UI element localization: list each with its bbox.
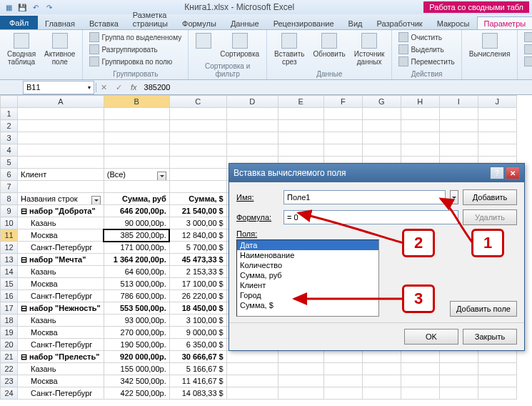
row-header[interactable]: 19 [1,327,18,339]
cell[interactable] [104,157,169,169]
help-icon[interactable]: ? [490,167,504,179]
add-button[interactable]: Добавить [463,189,517,205]
cell[interactable] [362,120,401,132]
cell[interactable] [323,108,362,120]
cell[interactable] [104,132,169,144]
cell[interactable] [439,375,478,387]
cell[interactable]: 90 000,00р. [104,217,169,229]
cell[interactable]: 342 500,00р. [104,375,169,387]
col-header-A[interactable]: A [18,96,104,108]
cell[interactable] [278,120,323,132]
cell[interactable]: 385 200,00р. [104,229,169,242]
cell[interactable] [226,387,278,400]
redo-icon[interactable]: ↷ [44,1,55,13]
col-header-G[interactable]: G [362,96,401,108]
tab-home[interactable]: Главная [38,16,82,29]
cell[interactable] [104,144,169,157]
cell[interactable]: 270 000,00р. [104,327,169,339]
row-header[interactable]: 16 [1,290,18,302]
cell[interactable] [169,157,226,169]
cell[interactable]: Москва [18,375,104,387]
select-all-corner[interactable] [1,96,18,108]
cell[interactable] [478,375,516,387]
cell[interactable] [323,120,362,132]
row-header[interactable]: 4 [1,144,18,157]
cell[interactable] [362,144,401,157]
cell[interactable]: Сумма, $ [169,193,226,205]
cell[interactable] [362,351,401,363]
cell[interactable]: Москва [18,278,104,290]
cell[interactable] [439,363,478,375]
cell[interactable]: ⊟ набор "Доброта" [18,205,104,217]
cell[interactable]: 21 540,00 $ [169,205,226,217]
cell[interactable] [439,387,478,400]
row-header[interactable]: 11 [1,229,18,242]
cell[interactable] [401,144,439,157]
cell[interactable] [278,375,323,387]
cell[interactable] [18,132,104,144]
tab-file[interactable]: Файл [0,16,38,29]
field-item[interactable]: Сумма, руб [237,270,378,280]
pivot-chart-button[interactable]: Сводная диаграмма [522,31,532,43]
cell[interactable] [226,375,278,387]
cell[interactable]: Санкт-Петербург [18,339,104,351]
tab-developer[interactable]: Разработчик [370,16,430,29]
move-button[interactable]: Переместить [396,56,456,67]
formula-input[interactable] [283,210,458,224]
cell[interactable]: 5 166,67 $ [169,363,226,375]
ungroup-button[interactable]: Разгруппировать [87,44,184,55]
field-item[interactable]: Город [237,290,378,300]
cell[interactable] [18,144,104,157]
cell[interactable] [226,144,278,157]
cell[interactable] [401,363,439,375]
cell[interactable]: Санкт-Петербург [18,387,104,400]
cell[interactable]: 45 473,33 $ [169,254,226,266]
cell[interactable]: 64 600,00р. [104,266,169,278]
cell[interactable]: Клиент [18,169,104,181]
refresh-button[interactable]: Обновить [310,31,348,59]
insert-slicer-button[interactable]: Вставить срез [271,31,307,67]
save-icon[interactable]: 💾 [16,1,28,13]
fields-listbox[interactable]: ДатаНаименованиеКоличествоСумма, рубКлие… [236,239,379,317]
cell[interactable] [169,144,226,157]
cell[interactable] [278,363,323,375]
excel-icon[interactable]: ▦ [3,1,14,13]
cell[interactable]: 30 666,67 $ [169,351,226,363]
cell[interactable] [278,144,323,157]
row-header[interactable]: 1 [1,108,18,120]
row-header[interactable]: 3 [1,132,18,144]
olap-tools-button[interactable]: Средства OLAP [522,44,532,55]
cell[interactable]: 6 350,00 $ [169,339,226,351]
tab-formulas[interactable]: Формулы [175,16,224,29]
row-header[interactable]: 9 [1,205,18,217]
cell[interactable] [478,132,516,144]
cell[interactable] [18,108,104,120]
cell[interactable] [226,351,278,363]
cell[interactable]: Казань [18,363,104,375]
cell[interactable] [104,108,169,120]
cell[interactable] [323,351,362,363]
cell[interactable]: 17 100,00 $ [169,278,226,290]
cell[interactable]: 786 600,00р. [104,290,169,302]
cell[interactable] [478,387,516,400]
cell[interactable]: ⊟ набор "Мечта" [18,254,104,266]
tab-data[interactable]: Данные [224,16,266,29]
cell[interactable]: 155 000,00р. [104,363,169,375]
pivot-table-button[interactable]: Сводная таблица [4,31,39,67]
row-header[interactable]: 22 [1,363,18,375]
name-input[interactable] [283,190,446,204]
cell[interactable]: ⊟ набор "Прелесть" [18,351,104,363]
cell[interactable]: 1 364 200,00р. [104,254,169,266]
tab-pagelayout[interactable]: Разметка страницы [126,8,175,29]
col-header-B[interactable]: B [104,96,169,108]
cell[interactable]: 513 000,00р. [104,278,169,290]
row-header[interactable]: 5 [1,157,18,169]
field-item[interactable]: Дата [237,240,378,250]
field-item[interactable]: Сумма, $ [237,300,378,310]
cell[interactable] [18,157,104,169]
cell[interactable]: 422 500,00р. [104,387,169,400]
cell[interactable]: Москва [18,229,104,242]
cell[interactable] [278,132,323,144]
cell[interactable]: Казань [18,217,104,229]
cell[interactable] [439,351,478,363]
